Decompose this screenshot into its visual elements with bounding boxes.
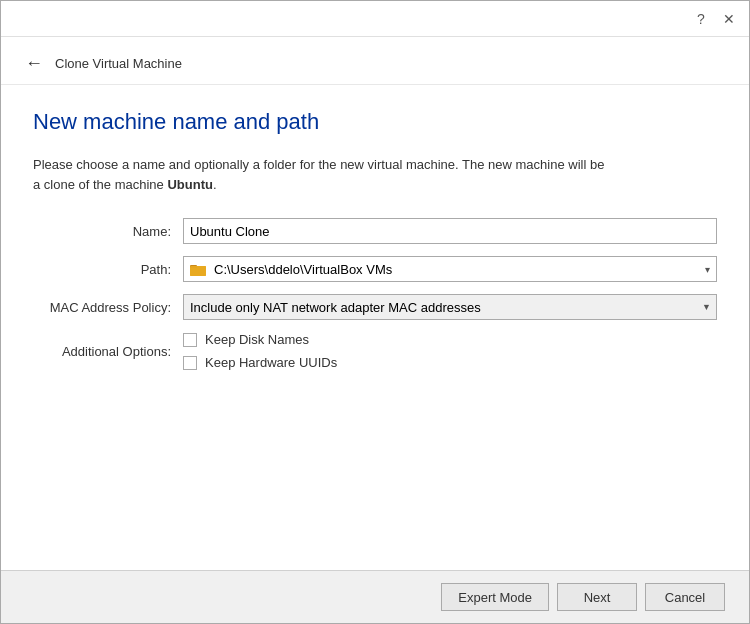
additional-options-row: Additional Options: Keep Disk Names Keep… [33, 332, 717, 370]
keep-disk-label: Keep Disk Names [205, 332, 309, 347]
name-row: Name: [33, 218, 717, 244]
dialog-content: ← Clone Virtual Machine New machine name… [1, 37, 749, 570]
description-bold: Ubuntu [167, 177, 212, 192]
wizard-title: Clone Virtual Machine [55, 56, 182, 71]
name-control [183, 218, 717, 244]
clone-vm-dialog: ? ✕ ← Clone Virtual Machine New machine … [0, 0, 750, 624]
additional-control: Keep Disk Names Keep Hardware UUIDs [183, 332, 717, 370]
name-label: Name: [33, 224, 183, 239]
main-content: New machine name and path Please choose … [1, 85, 749, 570]
mac-select-container: Include only NAT network adapter MAC add… [183, 294, 717, 320]
svg-rect-2 [190, 266, 206, 276]
options-section: Keep Disk Names Keep Hardware UUIDs [183, 332, 717, 370]
dialog-header: ← Clone Virtual Machine [1, 37, 749, 85]
title-bar: ? ✕ [1, 1, 749, 37]
help-button[interactable]: ? [691, 9, 711, 29]
cancel-button[interactable]: Cancel [645, 583, 725, 611]
mac-select[interactable]: Include only NAT network adapter MAC add… [183, 294, 717, 320]
name-input[interactable] [183, 218, 717, 244]
path-control: C:\Users\ddelo\VirtualBox VMs ▾ [183, 256, 717, 282]
form: Name: Path: [33, 218, 717, 370]
close-button[interactable]: ✕ [719, 9, 739, 29]
path-row: Path: C:\Users\ddelo\VirtualBox VMs [33, 256, 717, 282]
keep-disk-checkbox[interactable] [183, 333, 197, 347]
mac-label: MAC Address Policy: [33, 300, 183, 315]
path-dropdown[interactable]: C:\Users\ddelo\VirtualBox VMs ▾ [183, 256, 717, 282]
description-part2: . [213, 177, 217, 192]
title-bar-controls: ? ✕ [691, 9, 739, 29]
keep-uuid-row: Keep Hardware UUIDs [183, 355, 717, 370]
next-button[interactable]: Next [557, 583, 637, 611]
page-title: New machine name and path [33, 109, 717, 135]
back-button[interactable]: ← [25, 53, 43, 74]
path-label: Path: [33, 262, 183, 277]
keep-uuid-checkbox[interactable] [183, 356, 197, 370]
keep-disk-row: Keep Disk Names [183, 332, 717, 347]
mac-row: MAC Address Policy: Include only NAT net… [33, 294, 717, 320]
path-chevron-icon: ▾ [705, 264, 710, 275]
path-value: C:\Users\ddelo\VirtualBox VMs [214, 262, 392, 277]
description-part1: Please choose a name and optionally a fo… [33, 157, 604, 192]
keep-uuid-label: Keep Hardware UUIDs [205, 355, 337, 370]
folder-icon [190, 262, 208, 276]
description-text: Please choose a name and optionally a fo… [33, 155, 613, 194]
additional-label: Additional Options: [33, 344, 183, 359]
mac-control: Include only NAT network adapter MAC add… [183, 294, 717, 320]
expert-mode-button[interactable]: Expert Mode [441, 583, 549, 611]
footer: Expert Mode Next Cancel [1, 570, 749, 623]
